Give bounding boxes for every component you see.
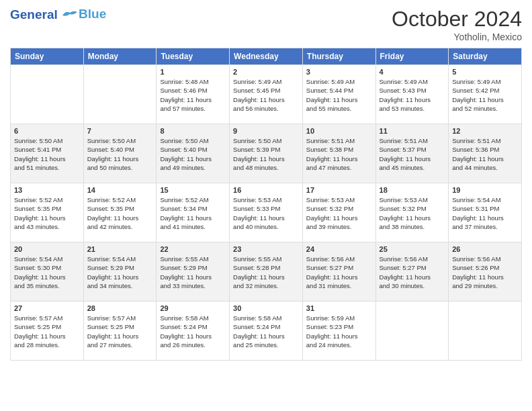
calendar-cell [83,65,157,124]
day-info: Sunrise: 5:54 AM Sunset: 5:29 PM Dayligh… [87,255,153,290]
day-info: Sunrise: 5:52 AM Sunset: 5:35 PM Dayligh… [87,195,153,231]
day-number: 5 [452,68,518,76]
day-number: 22 [160,245,226,253]
main-container: General Blue October 2024 Yotholin, Mexi… [0,0,532,367]
day-number: 31 [306,304,372,312]
day-number: 30 [233,304,299,312]
day-number: 21 [87,245,153,253]
day-number: 28 [87,304,153,312]
day-info: Sunrise: 5:57 AM Sunset: 5:25 PM Dayligh… [14,314,80,349]
weekday-header-sunday: Sunday [11,48,84,65]
calendar-cell: 20Sunrise: 5:54 AM Sunset: 5:30 PM Dayli… [11,242,84,302]
calendar-cell: 1Sunrise: 5:48 AM Sunset: 5:46 PM Daylig… [157,65,230,124]
day-info: Sunrise: 5:58 AM Sunset: 5:24 PM Dayligh… [160,314,226,349]
calendar-week-3: 13Sunrise: 5:52 AM Sunset: 5:35 PM Dayli… [11,183,522,242]
day-info: Sunrise: 5:53 AM Sunset: 5:33 PM Dayligh… [233,195,299,231]
day-number: 20 [14,245,80,253]
day-number: 14 [87,186,153,194]
calendar-cell: 16Sunrise: 5:53 AM Sunset: 5:33 PM Dayli… [230,183,303,242]
calendar-cell: 26Sunrise: 5:56 AM Sunset: 5:26 PM Dayli… [449,242,522,302]
calendar-week-1: 1Sunrise: 5:48 AM Sunset: 5:46 PM Daylig… [11,65,522,124]
calendar-cell: 30Sunrise: 5:58 AM Sunset: 5:24 PM Dayli… [230,302,303,361]
day-info: Sunrise: 5:50 AM Sunset: 5:39 PM Dayligh… [233,136,299,172]
calendar-cell: 25Sunrise: 5:56 AM Sunset: 5:27 PM Dayli… [375,242,449,302]
day-number: 19 [452,186,518,194]
calendar-cell: 12Sunrise: 5:51 AM Sunset: 5:36 PM Dayli… [449,124,522,183]
day-number: 29 [160,304,226,312]
day-info: Sunrise: 5:49 AM Sunset: 5:42 PM Dayligh… [452,77,518,113]
day-number: 9 [233,127,299,135]
calendar-week-4: 20Sunrise: 5:54 AM Sunset: 5:30 PM Dayli… [11,242,522,302]
day-number: 15 [160,186,226,194]
calendar-table: SundayMondayTuesdayWednesdayThursdayFrid… [10,48,522,361]
calendar-cell: 5Sunrise: 5:49 AM Sunset: 5:42 PM Daylig… [449,65,522,124]
weekday-header-thursday: Thursday [302,48,375,65]
calendar-cell [375,302,449,361]
day-number: 11 [380,127,445,135]
calendar-cell: 10Sunrise: 5:51 AM Sunset: 5:38 PM Dayli… [302,124,375,183]
day-number: 2 [233,68,299,76]
header: General Blue October 2024 Yotholin, Mexi… [10,7,522,42]
location: Yotholin, Mexico [392,32,522,42]
day-info: Sunrise: 5:51 AM Sunset: 5:37 PM Dayligh… [380,136,445,172]
calendar-cell: 9Sunrise: 5:50 AM Sunset: 5:39 PM Daylig… [230,124,303,183]
calendar-cell: 14Sunrise: 5:52 AM Sunset: 5:35 PM Dayli… [83,183,157,242]
day-info: Sunrise: 5:56 AM Sunset: 5:26 PM Dayligh… [452,255,518,290]
day-info: Sunrise: 5:59 AM Sunset: 5:23 PM Dayligh… [306,314,372,349]
calendar-week-2: 6Sunrise: 5:50 AM Sunset: 5:41 PM Daylig… [11,124,522,183]
day-number: 23 [233,245,299,253]
day-info: Sunrise: 5:52 AM Sunset: 5:35 PM Dayligh… [14,195,80,231]
calendar-cell: 28Sunrise: 5:57 AM Sunset: 5:25 PM Dayli… [83,302,157,361]
calendar-cell [11,65,84,124]
weekday-header-wednesday: Wednesday [230,48,303,65]
day-info: Sunrise: 5:52 AM Sunset: 5:34 PM Dayligh… [160,195,226,231]
day-number: 1 [160,68,226,76]
calendar-cell: 27Sunrise: 5:57 AM Sunset: 5:25 PM Dayli… [11,302,84,361]
day-info: Sunrise: 5:53 AM Sunset: 5:32 PM Dayligh… [380,195,445,231]
calendar-cell: 21Sunrise: 5:54 AM Sunset: 5:29 PM Dayli… [83,242,157,302]
day-number: 13 [14,186,80,194]
day-number: 17 [306,186,372,194]
logo-bird-icon [62,10,77,19]
calendar-cell: 18Sunrise: 5:53 AM Sunset: 5:32 PM Dayli… [375,183,449,242]
calendar-cell: 4Sunrise: 5:49 AM Sunset: 5:43 PM Daylig… [375,65,449,124]
month-title: October 2024 [392,7,522,32]
calendar-cell: 3Sunrise: 5:49 AM Sunset: 5:44 PM Daylig… [302,65,375,124]
calendar-header-row: SundayMondayTuesdayWednesdayThursdayFrid… [11,48,522,65]
day-info: Sunrise: 5:49 AM Sunset: 5:44 PM Dayligh… [306,77,372,113]
calendar-cell: 11Sunrise: 5:51 AM Sunset: 5:37 PM Dayli… [375,124,449,183]
day-number: 12 [452,127,518,135]
calendar-cell: 8Sunrise: 5:50 AM Sunset: 5:40 PM Daylig… [157,124,230,183]
day-number: 8 [160,127,226,135]
logo: General Blue [10,7,106,21]
day-info: Sunrise: 5:58 AM Sunset: 5:24 PM Dayligh… [233,314,299,349]
day-info: Sunrise: 5:50 AM Sunset: 5:41 PM Dayligh… [14,136,80,172]
day-info: Sunrise: 5:48 AM Sunset: 5:46 PM Dayligh… [160,77,226,113]
calendar-week-5: 27Sunrise: 5:57 AM Sunset: 5:25 PM Dayli… [11,302,522,361]
day-number: 27 [14,304,80,312]
day-info: Sunrise: 5:55 AM Sunset: 5:29 PM Dayligh… [160,255,226,290]
calendar-cell: 15Sunrise: 5:52 AM Sunset: 5:34 PM Dayli… [157,183,230,242]
calendar-cell [449,302,522,361]
title-section: October 2024 Yotholin, Mexico [392,7,522,42]
weekday-header-saturday: Saturday [449,48,522,65]
calendar-cell: 22Sunrise: 5:55 AM Sunset: 5:29 PM Dayli… [157,242,230,302]
day-info: Sunrise: 5:53 AM Sunset: 5:32 PM Dayligh… [306,195,372,231]
calendar-cell: 17Sunrise: 5:53 AM Sunset: 5:32 PM Dayli… [302,183,375,242]
day-number: 26 [452,245,518,253]
calendar-cell: 6Sunrise: 5:50 AM Sunset: 5:41 PM Daylig… [11,124,84,183]
calendar-cell: 13Sunrise: 5:52 AM Sunset: 5:35 PM Dayli… [11,183,84,242]
day-number: 3 [306,68,372,76]
day-info: Sunrise: 5:49 AM Sunset: 5:45 PM Dayligh… [233,77,299,113]
day-info: Sunrise: 5:57 AM Sunset: 5:25 PM Dayligh… [87,314,153,349]
weekday-header-tuesday: Tuesday [157,48,230,65]
day-number: 25 [380,245,445,253]
logo-general: General [10,7,58,21]
day-info: Sunrise: 5:56 AM Sunset: 5:27 PM Dayligh… [380,255,445,290]
day-number: 4 [380,68,445,76]
day-number: 18 [380,186,445,194]
calendar-body: 1Sunrise: 5:48 AM Sunset: 5:46 PM Daylig… [11,65,522,361]
day-info: Sunrise: 5:51 AM Sunset: 5:38 PM Dayligh… [306,136,372,172]
calendar-cell: 29Sunrise: 5:58 AM Sunset: 5:24 PM Dayli… [157,302,230,361]
day-number: 6 [14,127,80,135]
